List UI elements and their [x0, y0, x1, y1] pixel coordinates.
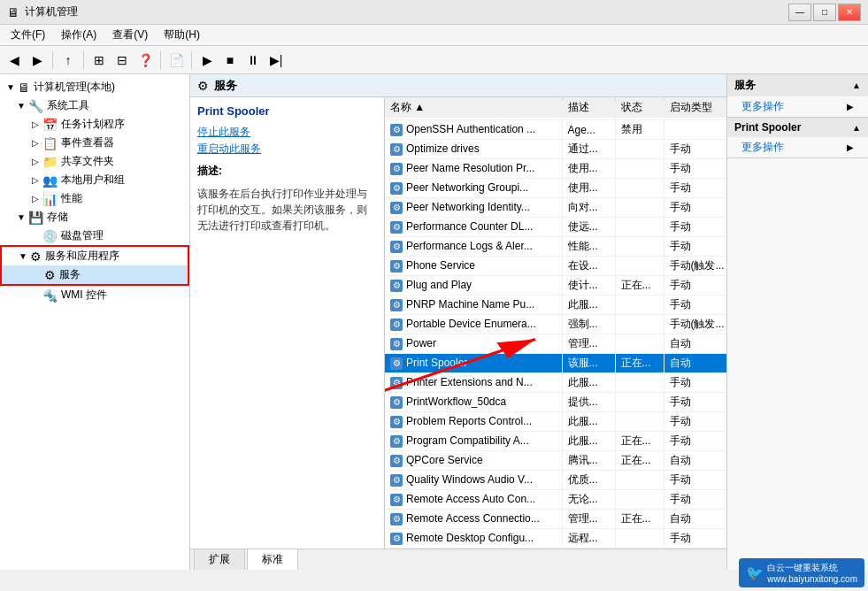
col-header-status[interactable]: 状态 — [615, 97, 664, 119]
stop-service-link[interactable]: 停止此服务 — [197, 125, 377, 140]
svc-icon: ⚙ — [390, 416, 403, 428]
table-row[interactable]: ⚙QPCore Service腾讯...正在...自动本 — [385, 451, 726, 471]
table-row[interactable]: ⚙OpenSSH Authentication ...Age...禁用本 — [385, 120, 726, 140]
tab-standard[interactable]: 标准 — [247, 549, 298, 570]
tree-item-services-apps[interactable]: ▼ ⚙ 服务和应用程序 — [2, 247, 188, 265]
show-hide-button[interactable]: ⊞ — [88, 50, 110, 71]
tree-item-services[interactable]: ⚙ 服务 — [2, 265, 188, 284]
action-more-services[interactable]: 更多操作 ▶ — [727, 96, 868, 117]
table-row[interactable]: ⚙Portable Device Enumera...强制...手动(触发...… — [385, 315, 726, 334]
expand-tasks[interactable]: ▷ — [28, 119, 42, 129]
svc-startup-cell: 手动 — [664, 179, 726, 198]
table-row[interactable]: ⚙Remote Access Connectio...管理...正在...自动本 — [385, 510, 726, 529]
svc-name-cell: ⚙Peer Name Resolution Pr... — [385, 159, 562, 179]
close-button[interactable]: ✕ — [838, 4, 861, 21]
table-row[interactable]: ⚙Quality Windows Audio V...优质...手动本 — [385, 471, 726, 490]
tree-item-storage[interactable]: ▼ 💾 存储 — [0, 208, 189, 226]
svc-icon: ⚙ — [390, 260, 403, 272]
app-title: 计算机管理 — [25, 4, 78, 19]
title-bar-controls: — □ ✕ — [788, 4, 861, 21]
play-button[interactable]: ▶ — [196, 50, 218, 71]
tree-item-events[interactable]: ▷ 📋 事件查看器 — [0, 134, 189, 152]
arrow-container: 名称 ▲ 描述 状态 启动类型 登▲ ⚙Offline Files脱机...手动… — [385, 97, 726, 549]
toolbar-sep-2 — [83, 51, 84, 69]
col-header-desc[interactable]: 描述 — [562, 97, 615, 119]
table-row[interactable]: ⚙Remote Access Auto Con...无论...手动本 — [385, 490, 726, 510]
svc-name-cell: ⚙Phone Service — [385, 257, 562, 276]
table-row[interactable]: ⚙Phone Service在设...手动(触发...本 — [385, 257, 726, 276]
table-row[interactable]: ⚙Peer Networking Identity...向对...手动本 — [385, 198, 726, 218]
table-row[interactable]: ⚙Power管理...自动本 — [385, 334, 726, 354]
svc-status-cell — [615, 490, 664, 510]
pause-button[interactable]: ⏸ — [242, 50, 264, 71]
table-row[interactable]: ⚙Optimize drives通过...手动本 — [385, 140, 726, 159]
more-actions-link-2[interactable]: 更多操作 — [741, 140, 784, 155]
table-row[interactable]: ⚙Printer Extensions and N...此服...手动本 — [385, 373, 726, 393]
col-header-startup[interactable]: 启动类型 — [664, 97, 726, 119]
expand-tools[interactable]: ▼ — [14, 101, 28, 111]
restart-button[interactable]: ▶| — [265, 50, 287, 71]
table-row[interactable]: ⚙Peer Name Resolution Pr...使用...手动本 — [385, 159, 726, 179]
expand-events[interactable]: ▷ — [28, 138, 42, 148]
table-row[interactable]: ⚙PrintWorkflow_50dca提供...手动本 — [385, 393, 726, 412]
tasks-icon: 📅 — [42, 118, 58, 132]
svc-icon: ⚙ — [390, 338, 403, 350]
export-button[interactable]: 📄 — [165, 50, 187, 71]
menu-view[interactable]: 查看(V) — [105, 26, 155, 44]
table-row[interactable]: ⚙Remote Desktop Configu...远程...手动本 — [385, 529, 726, 549]
svc-status-cell — [615, 198, 664, 218]
expand-storage[interactable]: ▼ — [14, 212, 28, 222]
svc-status-cell — [615, 393, 664, 412]
more-actions-link-1[interactable]: 更多操作 — [741, 99, 784, 114]
svc-status-cell — [615, 412, 664, 432]
table-row[interactable]: ⚙Plug and Play使计...正在...手动本 — [385, 276, 726, 296]
up-button[interactable]: ↑ — [58, 50, 79, 71]
svc-desc-cell: 此服... — [562, 432, 615, 451]
table-row[interactable]: ⚙Program Compatibility A...此服...正在...手动本 — [385, 432, 726, 451]
help-button[interactable]: ❓ — [134, 50, 156, 71]
service-description: 该服务在后台执行打印作业并处理与打印机的交互。如果关闭该服务，则无法进行打印或查… — [197, 186, 377, 234]
expand-perf[interactable]: ▷ — [28, 194, 42, 203]
table-row[interactable]: ⚙Print Spooler该服...正在...自动本 — [385, 354, 726, 373]
action-more-printspooler[interactable]: 更多操作 ▶ — [727, 137, 868, 157]
svc-startup-cell — [664, 120, 726, 140]
back-button[interactable]: ◀ — [4, 50, 25, 71]
restart-service-link[interactable]: 重启动此服务 — [197, 142, 377, 157]
svc-icon: ⚙ — [390, 221, 403, 234]
table-row[interactable]: ⚙Performance Counter DL...使远...手动本 — [385, 218, 726, 237]
tree-item-wmi[interactable]: 🔩 WMI 控件 — [0, 286, 189, 304]
properties-button[interactable]: ⊟ — [111, 50, 133, 71]
tree-item-localusers[interactable]: ▷ 👥 本地用户和组 — [0, 171, 189, 189]
expand-localusers[interactable]: ▷ — [28, 175, 42, 185]
table-row[interactable]: ⚙PNRP Machine Name Pu...此服...手动本 — [385, 296, 726, 315]
tree-item-perf[interactable]: ▷ 📊 性能 — [0, 189, 189, 208]
expand-root[interactable]: ▼ — [4, 82, 18, 92]
table-row[interactable]: ⚙Performance Logs & Aler...性能...手动本 — [385, 237, 726, 257]
services-list[interactable]: 名称 ▲ 描述 状态 启动类型 登▲ ⚙Offline Files脱机...手动… — [385, 97, 726, 549]
menu-help[interactable]: 帮助(H) — [157, 26, 207, 44]
forward-button[interactable]: ▶ — [27, 50, 48, 71]
minimize-button[interactable]: — — [788, 4, 811, 21]
svc-name-cell: ⚙OpenSSH Authentication ... — [385, 120, 562, 140]
tree-item-shared[interactable]: ▷ 📁 共享文件夹 — [0, 152, 189, 171]
expand-shared[interactable]: ▷ — [28, 157, 42, 166]
svc-desc-cell: 管理... — [562, 334, 615, 354]
tree-item-disk[interactable]: 💿 磁盘管理 — [0, 226, 189, 245]
col-header-name[interactable]: 名称 ▲ — [385, 97, 562, 119]
svc-name-cell: ⚙Remote Desktop Configu... — [385, 529, 562, 549]
tree-item-tasks[interactable]: ▷ 📅 任务计划程序 — [0, 115, 189, 134]
tab-extended[interactable]: 扩展 — [194, 549, 245, 570]
maximize-button[interactable]: □ — [813, 4, 836, 21]
svc-status-cell: 正在... — [615, 451, 664, 471]
expand-services-apps[interactable]: ▼ — [16, 251, 30, 261]
toolbar-sep-1 — [52, 51, 53, 69]
menu-action[interactable]: 操作(A) — [54, 26, 104, 44]
tree-item-tools[interactable]: ▼ 🔧 系统工具 — [0, 96, 189, 115]
stop-button[interactable]: ■ — [219, 50, 241, 71]
table-row[interactable]: ⚙Peer Networking Groupi...使用...手动本 — [385, 179, 726, 198]
table-row[interactable]: ⚙Problem Reports Control...此服...手动本 — [385, 412, 726, 432]
tree-item-root[interactable]: ▼ 🖥 计算机管理(本地) — [0, 78, 189, 96]
actions-up-arrow-2: ▲ — [852, 123, 861, 133]
menu-file[interactable]: 文件(F) — [4, 26, 52, 44]
actions-section-services: 服务 ▲ 更多操作 ▶ — [727, 74, 868, 118]
